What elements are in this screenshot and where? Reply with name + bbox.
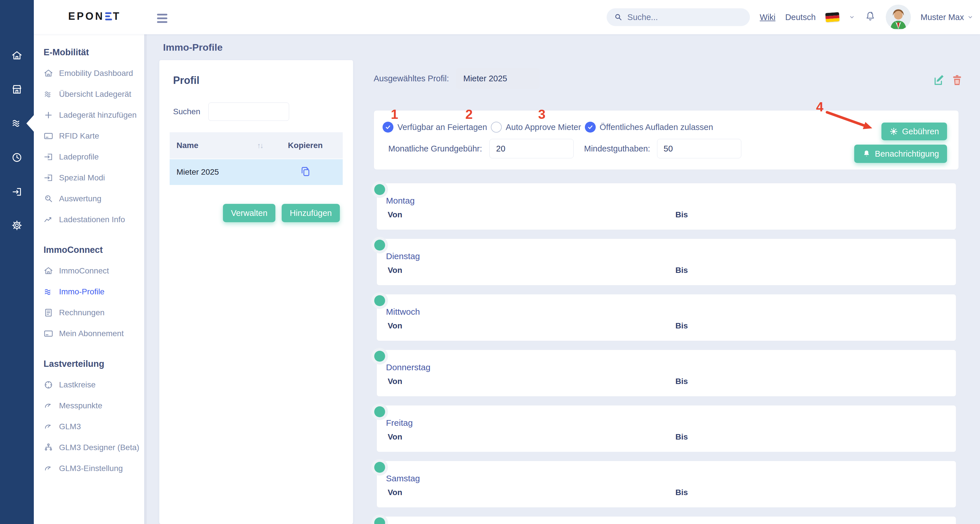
profil-panel-title: Profil [173,75,343,86]
profil-search-input[interactable] [208,103,289,121]
section-title-immoconnect: ImmoConnect [43,240,144,260]
sidebar-item-lastkreise[interactable]: Lastkreise [43,374,144,395]
annotation-1: 1 [391,106,398,122]
sidebar-item-glm3[interactable]: GLM3 [43,416,144,437]
sidebar-item-uebersicht-ladegeraet[interactable]: Übersicht Ladegerät [43,84,144,105]
checkbox-oeffentliches-aufladen[interactable]: Öffentliches Aufladen zulassen [585,122,713,133]
search-input[interactable] [627,13,736,22]
sidebar: E-Mobilität Emobility Dashboard Übersich… [34,34,144,524]
weekday-list: Montag Von Bis Dienstag Von Bis Mittwoch… [377,183,956,524]
edit-icon[interactable] [933,74,946,86]
status-dot-icon [374,462,385,473]
sidebar-item-glm3-einstellung[interactable]: GLM3-Einstellung [43,458,144,479]
sidebar-divider [144,34,147,524]
box-arrow-in-icon [43,152,53,162]
sidebar-item-ladegeraet-hinzufuegen[interactable]: Ladegerät hinzufügen [43,105,144,125]
profil-panel: Profil Suchen Name ↑↓ Kopieren Mieter 20… [159,60,353,524]
annotation-4: 4 [816,99,824,114]
language-selector[interactable]: Deutsch [785,13,816,22]
bell-icon[interactable] [864,10,876,24]
sidebar-item-spezial-modi[interactable]: Spezial Modi [43,167,144,188]
sidebar-item-rfid-karte[interactable]: RFID Karte [43,125,144,146]
gear-icon[interactable] [11,220,23,231]
sidebar-item-rechnungen[interactable]: Rechnungen [43,302,144,323]
clock-icon[interactable] [11,152,23,163]
checkbox-checked-icon[interactable] [585,122,596,133]
gauge-icon [43,401,53,411]
chevron-down-icon [967,14,973,20]
day-card-montag: Montag Von Bis [377,183,956,230]
gauge-icon [43,464,53,473]
min-balance-label: Mindestguthaben: [584,144,650,154]
profil-search-label: Suchen [173,107,200,116]
box-arrow-in-icon [43,173,53,183]
magnifier-icon [43,194,53,203]
manage-button[interactable]: Verwalten [223,204,275,222]
profil-table: Name ↑↓ Kopieren Mieter 2025 [170,132,343,185]
sort-icon[interactable]: ↑↓ [257,141,263,150]
logo-text-left: EPON [68,10,104,22]
dial-icon [43,380,53,390]
selected-profile-value[interactable]: Mieter 2025 [456,68,539,89]
wiki-link[interactable]: Wiki [760,13,775,22]
copy-icon[interactable] [300,166,311,178]
invoice-icon [43,308,53,318]
status-dot-icon [374,518,385,524]
chart-line-icon [43,215,53,224]
search-icon [614,13,623,21]
section-title-emobility: E-Mobilität [43,42,144,63]
bell-icon [862,149,871,158]
annotation-arrow [825,110,875,134]
selected-profile-label: Ausgewähltes Profil: [374,74,449,83]
german-flag-icon[interactable] [825,12,839,22]
checkbox-unchecked-icon[interactable] [491,122,502,133]
sidebar-item-glm3-designer[interactable]: GLM3 Designer (Beta) [43,437,144,458]
column-header-name[interactable]: Name [177,141,198,150]
status-dot-icon [374,295,385,306]
day-card-donnerstag: Donnerstag Von Bis [377,349,956,397]
store-icon[interactable] [11,84,23,95]
checkbox-checked-icon[interactable] [383,122,393,133]
profile-name-cell[interactable]: Mieter 2025 [170,168,268,177]
annotation-2: 2 [465,106,473,122]
hamburger-menu-icon[interactable] [157,14,167,25]
sidebar-item-mein-abonnement[interactable]: Mein Abonnement [43,323,144,344]
sidebar-item-immoconnect[interactable]: ImmoConnect [43,260,144,281]
sidebar-item-immo-profile[interactable]: Immo-Profile [43,281,144,302]
global-search[interactable] [607,8,750,26]
status-dot-icon [374,240,385,251]
waves-icon[interactable] [11,118,23,129]
sidebar-item-emobility-dashboard[interactable]: Emobility Dashboard [43,63,144,84]
card-icon [43,329,53,338]
checkbox-auto-approve-mieter[interactable]: Auto Approve Mieter [491,122,581,133]
day-card-sonntag: Sonntag Von Bis [377,516,956,524]
sidebar-item-ladeprofile[interactable]: Ladeprofile [43,146,144,167]
icon-rail [0,0,34,524]
section-title-lastverteilung: Lastverteilung [43,353,144,374]
notification-button[interactable]: Benachrichtigung [854,144,947,163]
home-icon[interactable] [11,50,23,61]
logo-e-icon [105,12,112,20]
table-row[interactable]: Mieter 2025 [170,159,343,185]
home-icon [43,266,53,276]
monthly-fee-input[interactable] [489,139,574,158]
card-icon [43,131,53,141]
user-menu[interactable]: Muster Max [921,13,973,22]
sidebar-item-auswertung[interactable]: Auswertung [43,188,144,209]
chevron-down-icon[interactable] [849,14,855,20]
sidebar-item-ladestationen-info[interactable]: Ladestationen Info [43,209,144,230]
min-balance-input[interactable] [657,139,741,158]
avatar[interactable] [886,5,911,30]
plus-icon [43,110,53,120]
annotation-3: 3 [538,106,546,122]
sidebar-item-messpunkte[interactable]: Messpunkte [43,395,144,416]
topbar: EPON T Wiki Deutsch Muster Max [34,0,980,34]
add-button[interactable]: Hinzufügen [282,204,340,222]
exit-icon[interactable] [11,186,23,198]
day-card-mittwoch: Mittwoch Von Bis [377,294,956,341]
fees-button[interactable]: Gebühren [881,122,947,140]
trash-icon[interactable] [951,74,963,86]
gear-icon [889,127,898,136]
active-section-marker [26,115,34,132]
checkbox-verfuegbar-an-feiertagen[interactable]: Verfügbar an Feiertagen [383,122,487,133]
